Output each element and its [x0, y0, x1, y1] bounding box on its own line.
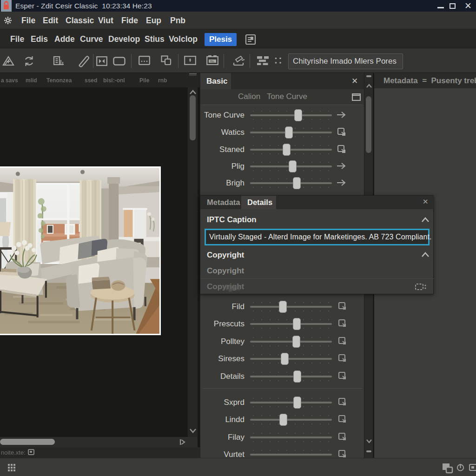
svg-text:75L: 75L: [210, 60, 215, 63]
